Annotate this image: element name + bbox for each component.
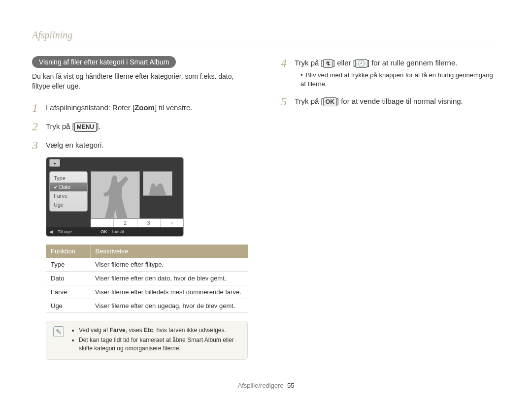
table-row: Dato Viser filerne efter den dato, hvor … xyxy=(46,272,248,285)
step-number: 2 xyxy=(32,120,46,132)
step-number: 1 xyxy=(32,101,46,114)
note-text: Etc xyxy=(144,327,153,334)
screenshot-topbar: ▸ xyxy=(46,157,183,168)
back-arrow-icon: ◀ xyxy=(49,229,53,234)
step-1: 1 I afspilningstilstand: Roter [Zoom] ti… xyxy=(32,101,251,114)
step-text: Tryk på [ xyxy=(295,59,323,67)
step-4: 4 Tryk på [↯] eller [🕘] for at rulle gen… xyxy=(281,56,500,89)
back-label: Tilbage xyxy=(58,229,72,234)
step-3: 3 Vælg en kategori. xyxy=(32,138,251,151)
footer-label: Afspille/redigere xyxy=(238,382,284,389)
flash-button-icon: ↯ xyxy=(323,59,333,68)
menu-item-uge: Uge xyxy=(50,200,87,209)
step-text: I afspilningstilstand: Roter [ xyxy=(46,103,134,112)
table-header-function: Funktion xyxy=(46,245,90,258)
note-box: ✎ Ved valg af Farve, vises Etc, hvis far… xyxy=(46,321,248,360)
step-text: Tryk på [ xyxy=(46,122,74,130)
table-row: Farve Viser filerne efter billedets mest… xyxy=(46,285,248,299)
step-number: 5 xyxy=(281,94,295,107)
step-text: Tryk på [ xyxy=(295,97,323,105)
step-text: ] for at vende tilbage til normal visnin… xyxy=(337,97,463,105)
menu-item-type: Type xyxy=(50,174,87,183)
note-text: , vises xyxy=(126,327,144,334)
step-number: 4 xyxy=(281,56,295,69)
intro-text: Du kan få vist og håndtere filerne efter… xyxy=(32,72,251,91)
table-cell: Viser filerne efter billedets mest domin… xyxy=(90,285,248,299)
strip-cell: 2 xyxy=(114,219,137,227)
table-header-description: Beskrivelse xyxy=(90,245,248,258)
table-cell: Viser filerne efter filtype. xyxy=(90,258,248,272)
note-text: Farve xyxy=(110,327,126,334)
screenshot-bottombar: ◀ Tilbage OK Indstil xyxy=(46,227,183,236)
table-cell: Farve xyxy=(46,285,90,299)
page-strip: 2 3 › xyxy=(91,218,183,227)
strip-cell: 3 xyxy=(137,219,161,227)
menu-item-farve: Farve xyxy=(50,191,87,200)
silhouette-icon xyxy=(147,178,168,195)
step-text: ] til venstre. xyxy=(155,103,193,112)
table-cell: Viser filerne efter den ugedag, hvor de … xyxy=(90,299,248,313)
table-row: Type Viser filerne efter filtype. xyxy=(46,258,248,272)
thumbnail-next xyxy=(143,171,172,196)
table-cell: Type xyxy=(46,258,90,272)
set-label: Indstil xyxy=(112,229,124,234)
step-number: 3 xyxy=(32,138,46,151)
table-cell: Uge xyxy=(46,299,90,313)
play-mode-icon: ▸ xyxy=(49,159,60,167)
right-column: 4 Tryk på [↯] eller [🕘] for at rulle gen… xyxy=(281,56,500,360)
ok-label: OK xyxy=(100,229,107,234)
category-menu: Type Dato Farve Uge xyxy=(49,171,88,212)
strip-cell xyxy=(91,219,114,227)
thumbnail-main xyxy=(91,171,140,218)
note-icon: ✎ xyxy=(53,326,64,337)
zoom-label: Zoom xyxy=(134,103,155,112)
step-text: ]. xyxy=(97,122,100,130)
step-text: ] eller [ xyxy=(333,59,355,67)
step-text: Vælg en kategori. xyxy=(46,138,104,150)
section-title: Afspilning xyxy=(32,30,500,44)
page-footer: Afspille/redigere 55 xyxy=(0,382,532,389)
table-row: Uge Viser filerne efter den ugedag, hvor… xyxy=(46,299,248,313)
note-bullet: Ved valg af Farve, vises Etc, hvis farve… xyxy=(79,326,240,334)
camera-screenshot: ▸ Type Dato Farve Uge xyxy=(46,157,184,237)
function-table: Funktion Beskrivelse Type Viser filerne … xyxy=(46,245,248,313)
page-number: 55 xyxy=(287,382,294,389)
ok-button-icon: OK xyxy=(323,97,337,106)
note-text: Ved valg af xyxy=(79,327,110,334)
step-text: ] for at rulle gennem filerne. xyxy=(367,59,458,67)
timer-button-icon: 🕘 xyxy=(355,59,367,68)
step-5: 5 Tryk på [OK] for at vende tilbage til … xyxy=(281,94,500,107)
step-sub-bullet: Bliv ved med at trykke på knappen for at… xyxy=(300,71,500,89)
note-text: , hvis farven ikke udvælges. xyxy=(153,327,226,334)
table-cell: Dato xyxy=(46,272,90,285)
note-bullet: Det kan tage lidt tid for kameraet at åb… xyxy=(79,336,240,352)
step-2: 2 Tryk på [MENU]. xyxy=(32,120,251,132)
table-cell: Viser filerne efter den dato, hvor de bl… xyxy=(90,272,248,285)
left-column: Visning af filer efter kategori i Smart … xyxy=(32,56,251,360)
menu-button-icon: MENU xyxy=(74,123,97,132)
menu-item-dato-selected: Dato xyxy=(50,183,87,191)
subsection-pill: Visning af filer efter kategori i Smart … xyxy=(32,56,176,68)
strip-cell: › xyxy=(161,219,183,227)
silhouette-icon xyxy=(98,174,133,218)
